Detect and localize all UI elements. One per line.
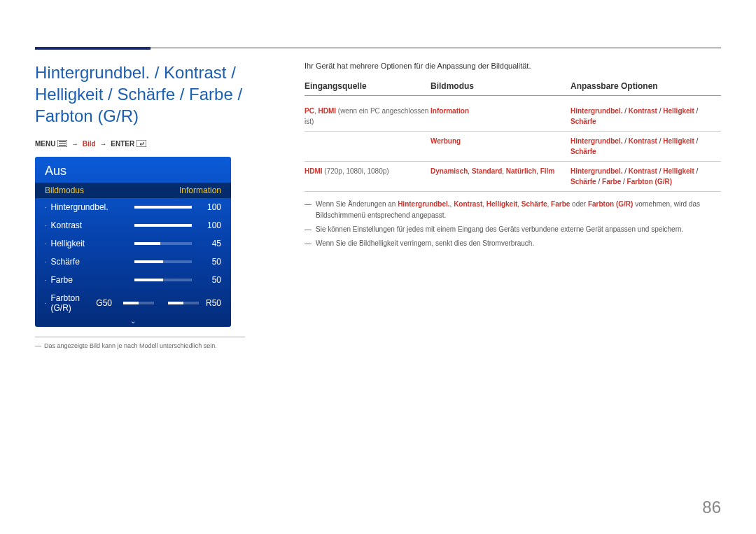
footnote: ― Das angezeigte Bild kann je nach Model… <box>35 342 273 351</box>
r-value: R50 <box>206 298 221 308</box>
osd-row-kontrast[interactable]: · Kontrast 100 <box>35 216 231 234</box>
osd-row-hintergrundbel[interactable]: · Hintergrundbel. 100 <box>35 198 231 216</box>
cell-source <box>304 136 430 157</box>
row-slider[interactable] <box>134 279 192 281</box>
osd-footnote-rule <box>35 337 245 337</box>
footnote-text: Das angezeigte Bild kann je nach Modell … <box>44 342 217 351</box>
row-name: Helligkeit <box>51 239 127 248</box>
cell-options: Hintergrundbel. / Kontrast / Helligkeit … <box>570 166 721 187</box>
title-underline <box>35 47 150 50</box>
opt: Farbton (G/R) <box>627 178 672 185</box>
enter-icon <box>136 140 146 148</box>
row-name: Farbe <box>51 275 127 285</box>
row-name: Schärfe <box>51 257 127 267</box>
cell-bildmodus: Dynamisch, Standard, Natürlich, Film <box>430 166 570 187</box>
row-name: Farbton (G/R) <box>51 293 97 313</box>
svg-rect-3 <box>59 145 66 146</box>
row-slider[interactable] <box>134 260 192 263</box>
row-name: Kontrast <box>51 220 127 230</box>
dash-icon: ― <box>304 238 312 249</box>
sep: / <box>596 178 602 185</box>
opt: Hintergrundbel. <box>570 167 622 175</box>
row-slider[interactable] <box>134 206 192 209</box>
opt: Schärfe <box>570 118 596 125</box>
osd-header-row: Bildmodus Information <box>35 183 231 198</box>
bm: Natürlich <box>506 167 536 175</box>
row-value: 50 <box>199 257 221 267</box>
t: Helligkeit <box>486 200 517 208</box>
note-text: Wenn Sie Änderungen an Hintergrundbel., … <box>316 199 721 221</box>
cell-options: Hintergrundbel. / Kontrast / Helligkeit … <box>570 136 721 157</box>
row-value: 100 <box>199 220 221 230</box>
osd-row-farbe[interactable]: · Farbe 50 <box>35 271 231 289</box>
sep: / <box>657 167 663 175</box>
th-bildmodus: Bildmodus <box>430 81 570 91</box>
t: Farbe <box>551 200 570 208</box>
sep: / <box>694 137 699 145</box>
menu-icon <box>57 140 67 148</box>
list-item: ― Sie können Einstellungen für jedes mit… <box>304 224 721 235</box>
t: Kontrast <box>454 200 482 208</box>
row-value: 45 <box>199 239 221 248</box>
footnote-dash: ― <box>35 342 41 351</box>
bm: Dynamisch <box>430 167 468 175</box>
svg-rect-2 <box>59 143 66 143</box>
notes-list: ― Wenn Sie Änderungen an Hintergrundbel.… <box>304 199 721 249</box>
opt: Helligkeit <box>663 107 694 115</box>
dash-icon: ― <box>304 199 312 221</box>
osd-row-schaerfe[interactable]: · Schärfe 50 <box>35 253 231 271</box>
t: Schärfe <box>522 200 547 208</box>
opt: Hintergrundbel. <box>570 107 622 115</box>
row-dot: · <box>45 300 47 307</box>
svg-rect-1 <box>59 141 66 142</box>
enter-label: ENTER <box>111 140 134 148</box>
osd-bildmodus-label: Bildmodus <box>45 185 84 195</box>
dash-icon: ― <box>304 224 312 235</box>
t: oder <box>570 200 588 208</box>
row-value: 100 <box>199 202 221 212</box>
right-column: Ihr Gerät hat mehrere Optionen für die A… <box>304 62 721 351</box>
row-dot: · <box>45 204 47 211</box>
row-slider[interactable] <box>134 242 192 245</box>
page-title: Hintergrundbel. / Kontrast / Helligkeit … <box>35 62 273 127</box>
osd-title: Aus <box>35 157 231 183</box>
intro-text: Ihr Gerät hat mehrere Optionen für die A… <box>304 62 721 70</box>
osd-row-farbton[interactable]: · Farbton (G/R) G50 R50 <box>35 289 231 317</box>
osd-row-helligkeit[interactable]: · Helligkeit 45 <box>35 234 231 253</box>
note-text: Wenn Sie die Bildhelligkeit verringern, … <box>316 238 534 249</box>
opt: Kontrast <box>629 107 657 115</box>
opt: Kontrast <box>629 137 657 145</box>
row-slider[interactable] <box>134 224 192 227</box>
g-value: G50 <box>96 298 112 308</box>
chevron-down-icon[interactable]: ⌄ <box>35 317 231 327</box>
arrow-1: → <box>71 140 78 148</box>
cell-source: HDMI (720p, 1080i, 1080p) <box>304 166 430 187</box>
bm-werbung: Werbung <box>430 137 461 145</box>
t: Wenn Sie Änderungen an <box>316 200 398 208</box>
two-column-layout: Hintergrundbel. / Kontrast / Helligkeit … <box>35 62 721 351</box>
sep: / <box>694 107 699 115</box>
sep: / <box>622 137 628 145</box>
row-name: Hintergrundbel. <box>51 202 127 212</box>
r-slider[interactable] <box>168 302 199 304</box>
row-dot: · <box>45 276 47 283</box>
bm-information: Information <box>430 107 469 115</box>
opt: Schärfe <box>570 178 596 185</box>
menu-label: MENU <box>35 140 55 148</box>
page-number: 86 <box>702 498 721 517</box>
table-row: PC, HDMI (wenn ein PC angeschlossen ist)… <box>304 101 721 132</box>
g-slider[interactable] <box>123 302 154 304</box>
cell-options: Hintergrundbel. / Kontrast / Helligkeit … <box>570 106 721 127</box>
list-item: ― Wenn Sie Änderungen an Hintergrundbel.… <box>304 199 721 221</box>
bm: Film <box>540 167 555 175</box>
left-column: Hintergrundbel. / Kontrast / Helligkeit … <box>35 62 273 351</box>
row-dot: · <box>45 222 47 229</box>
arrow-2: → <box>99 140 106 148</box>
osd-preview: Aus Bildmodus Information · Hintergrundb… <box>35 157 231 327</box>
t: Farbton (G/R) <box>588 200 633 208</box>
menu-breadcrumb: MENU → Bild → ENTER <box>35 140 273 148</box>
row-dot: · <box>45 240 47 247</box>
th-optionen: Anpassbare Optionen <box>570 81 721 91</box>
table-row: HDMI (720p, 1080i, 1080p) Dynamisch, Sta… <box>304 162 721 192</box>
sep: / <box>622 107 628 115</box>
